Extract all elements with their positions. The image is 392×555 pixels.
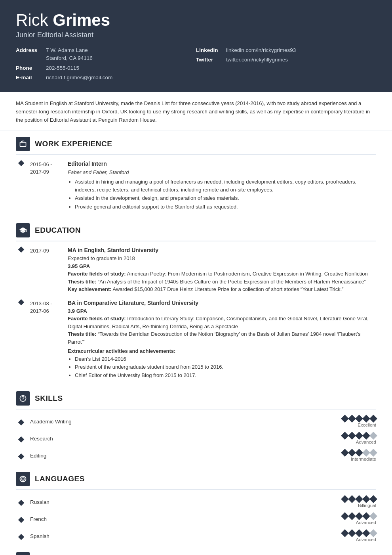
- work-section-header: WORK EXPERIENCE: [16, 130, 376, 155]
- diamond-icon: [18, 534, 25, 540]
- dot-empty: [369, 432, 377, 440]
- summary-section: MA Student in English at Stanford Univer…: [0, 92, 392, 130]
- skill-name: Academic Writing: [30, 419, 325, 425]
- twitter-value: twitter.com/rickyfillygrimes: [226, 56, 288, 64]
- edu-thesis-label-1: Thesis title:: [68, 279, 96, 285]
- awards-section-header: AWARDS AND HONORS: [16, 546, 376, 555]
- skill-rating: Advanced: [325, 530, 376, 542]
- skills-svg-icon: [19, 394, 27, 402]
- email-row: E-mail richard.f.grimes@gmail.com: [16, 74, 196, 82]
- skill-name: French: [30, 516, 325, 522]
- diamond-icon: [18, 160, 25, 166]
- work-bullet-item-3: Provide general and editorial support to…: [75, 203, 376, 211]
- diamond-icon: [18, 247, 25, 253]
- languages-list: RussianBillingualFrenchAdvancedSpanishAd…: [16, 495, 376, 544]
- company-1: Faber and Faber, Stanford: [68, 168, 376, 176]
- twitter-row: Twitter twitter.com/rickyfillygrimes: [196, 56, 376, 64]
- edu-gpa-2: 3.9 GPA: [68, 307, 376, 315]
- edu-entry-2: 2013-08 -2017-06 BA in Comparative Litar…: [16, 299, 376, 380]
- skills-list: Academic WritingExcellentResearchAdvance…: [16, 414, 376, 463]
- skill-rating: Advanced: [325, 513, 376, 525]
- dot-filled: [355, 415, 363, 423]
- edu-content-1: MA in English, Stanford University Expec…: [68, 246, 376, 293]
- skill-rating: Excellent: [325, 416, 376, 427]
- edu-note-1: Expected to graduate in 2018: [68, 255, 376, 262]
- graduation-icon: [19, 226, 27, 234]
- dot-filled: [355, 432, 363, 440]
- skill-dots: [342, 416, 376, 421]
- dot-filled: [341, 415, 349, 423]
- skill-level-label: Advanced: [356, 440, 376, 444]
- diamond-icon: [18, 500, 25, 506]
- dot-filled: [341, 495, 349, 503]
- skill-item: EditingIntermediate: [16, 448, 376, 463]
- phone-value: 202-555-0115: [46, 64, 79, 72]
- twitter-label: Twitter: [196, 56, 224, 64]
- dot-filled: [362, 529, 370, 537]
- email-value: richard.f.grimes@gmail.com: [46, 74, 112, 82]
- skill-name: Spanish: [30, 533, 325, 539]
- dot-empty: [369, 512, 377, 520]
- dot-filled: [355, 529, 363, 537]
- address-line2: Stanford, CA 94116: [46, 55, 93, 61]
- edu-field-label-2: Favorite fields of study:: [68, 316, 126, 322]
- languages-section: LANGUAGES RussianBillingualFrenchAdvance…: [0, 465, 392, 544]
- work-section-title: WORK EXPERIENCE: [35, 140, 112, 148]
- edu-thesis-label-2: Thesis title:: [68, 331, 96, 337]
- phone-label: Phone: [16, 64, 44, 72]
- linkedin-label: LinkedIn: [196, 46, 224, 54]
- dot-empty: [369, 449, 377, 457]
- dot-filled: [348, 415, 356, 423]
- dot-empty: [362, 449, 370, 457]
- dot-empty: [369, 529, 377, 537]
- edu-achieve-1: Key achievement: Awarded $15,000 2017 Dr…: [68, 285, 376, 293]
- edu-thesis-1: Thesis title: “An Analysis of the Impact…: [68, 278, 376, 286]
- work-bullet-item-1: Assisted in hiring and managing a pool o…: [75, 178, 376, 193]
- contact-right: LinkedIn linkedin.com/in/rickygrimes93 T…: [196, 46, 376, 83]
- skill-rating: Intermediate: [325, 450, 376, 461]
- skill-level-label: Excellent: [358, 423, 376, 427]
- education-section: EDUCATION 2017-09 MA in English, Stanfor…: [0, 217, 392, 379]
- summary-text: MA Student in English at Stanford Univer…: [16, 100, 370, 123]
- last-name: Grimes: [53, 11, 110, 29]
- work-bullet-item-2: Assisted in the development, design, and…: [75, 194, 376, 202]
- edu-bullet-1: [19, 246, 30, 293]
- skill-name: Russian: [30, 499, 325, 505]
- phone-row: Phone 202-555-0115: [16, 64, 196, 72]
- diamond-icon: [18, 454, 25, 460]
- dot-filled: [362, 415, 370, 423]
- edu-bullet-2: [19, 299, 30, 380]
- edu-extra-title-2: Extracurricular activities and achieveme…: [68, 347, 376, 355]
- language-svg-icon: [19, 475, 27, 483]
- skill-level-label: Advanced: [356, 537, 376, 542]
- lang-icon: [16, 472, 30, 486]
- dot-filled: [362, 512, 370, 520]
- dot-filled: [341, 449, 349, 457]
- lang-section-header: LANGUAGES: [16, 465, 376, 490]
- skill-dots: [342, 433, 376, 438]
- edu-icon: [16, 223, 30, 237]
- linkedin-value: linkedin.com/in/rickygrimes93: [226, 46, 296, 54]
- diamond-icon: [18, 299, 25, 306]
- edu-extra-item-3: Chief Editor of the University Blog from…: [75, 371, 376, 379]
- work-content-1: Editorial Intern Faber and Faber, Stanfo…: [68, 160, 376, 212]
- skill-level-label: Billingual: [358, 503, 376, 508]
- edu-date-1: 2017-09: [30, 246, 68, 293]
- edu-section-header: EDUCATION: [16, 217, 376, 241]
- diamond-icon: [18, 517, 25, 523]
- edu-entry-1: 2017-09 MA in English, Stanford Universi…: [16, 246, 376, 293]
- edu-degree-2: BA in Comparative Litarature, Stanford U…: [68, 299, 376, 307]
- edu-achieve-value-1: Awarded $15,000 2017 Drue Heinz Literatu…: [112, 286, 343, 292]
- work-icon: [16, 137, 30, 151]
- skill-bullet: [19, 419, 30, 425]
- skill-dots: [342, 450, 376, 455]
- dot-filled: [348, 432, 356, 440]
- skill-item: SpanishAdvanced: [16, 529, 376, 544]
- edu-extra-list-2: Dean’s List 2014-2016 President of the u…: [68, 355, 376, 379]
- dot-filled: [341, 529, 349, 537]
- edu-field-2: Favorite fields of study: Introduction t…: [68, 315, 376, 330]
- diamond-icon: [18, 436, 25, 443]
- dot-filled: [362, 432, 370, 440]
- edu-thesis-value-1: “An Analysis of the Impact of 1940s Blue…: [98, 279, 366, 285]
- edu-achieve-label-1: Key achievement:: [68, 286, 112, 292]
